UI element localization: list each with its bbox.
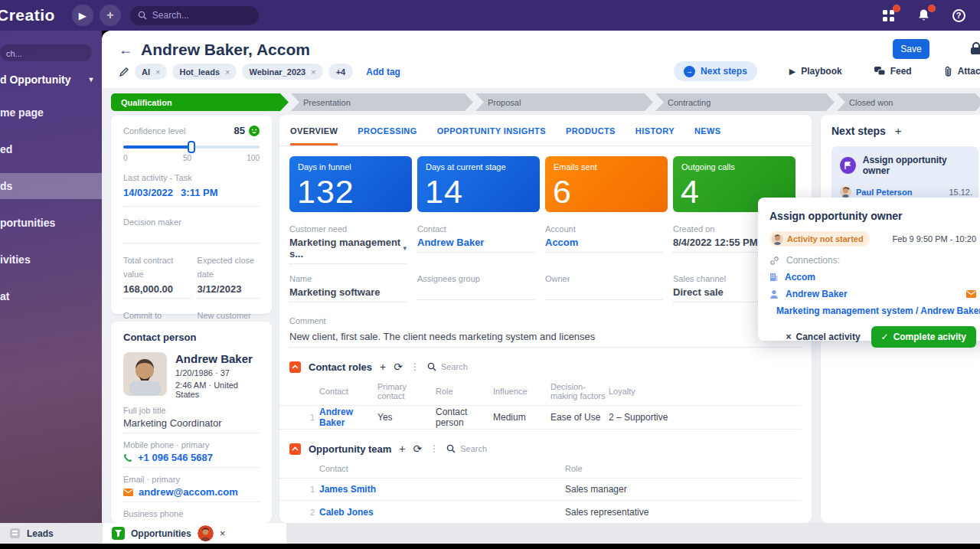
tab-products[interactable]: PRODUCTS: [566, 126, 616, 145]
job-title-value[interactable]: Marketing Coordinator: [123, 417, 260, 433]
bottom-tab-opportunities[interactable]: Opportunities ×: [103, 523, 286, 544]
contact-birthdate: 1/20/1986 · 37: [175, 368, 260, 377]
stage-closed-won[interactable]: Closed won: [837, 93, 980, 111]
stage-proposal[interactable]: Proposal: [475, 93, 653, 111]
add-icon[interactable]: +: [380, 361, 386, 373]
assignees-group-label: Assignees group: [417, 274, 534, 283]
customer-need-select[interactable]: Marketing management s... ▾: [289, 237, 407, 264]
process-run-button[interactable]: ▶: [72, 5, 93, 26]
table-row[interactable]: 1 Andrew Baker Yes Contact person Medium…: [279, 405, 802, 430]
tab-news[interactable]: NEWS: [694, 126, 721, 145]
tag-remove-icon[interactable]: ×: [155, 67, 160, 77]
tag-pill[interactable]: AI×: [135, 64, 167, 80]
add-icon[interactable]: +: [399, 443, 405, 455]
last-activity-time[interactable]: 3:11 PM: [181, 187, 217, 198]
sidebar-item-chat[interactable]: at: [0, 283, 102, 309]
contact-link[interactable]: Andrew Baker: [417, 237, 484, 248]
complete-activity-button[interactable]: ✓ Complete acivity: [871, 326, 976, 348]
global-search-input[interactable]: [152, 10, 244, 21]
contact-name[interactable]: Andrew Baker: [175, 352, 260, 365]
step-date: 15.12.: [949, 188, 972, 197]
close-tab-icon[interactable]: ×: [220, 528, 226, 539]
tag-pill[interactable]: Hot_leads×: [172, 64, 237, 80]
close-date-value[interactable]: 3/12/2023: [198, 283, 260, 299]
refresh-icon[interactable]: ⟳: [394, 361, 403, 373]
sidebar-item-leads[interactable]: ds: [0, 173, 102, 199]
account-link[interactable]: Accom: [545, 237, 578, 248]
sidebar-item-opportunities[interactable]: portunities: [0, 210, 102, 236]
collapse-icon[interactable]: [289, 361, 301, 373]
stage-qualification[interactable]: Qualification: [111, 93, 289, 111]
tags-more-pill[interactable]: +4: [328, 64, 354, 80]
tab-overview[interactable]: OVERVIEW: [290, 126, 338, 145]
stage-contracting[interactable]: Contracting: [655, 93, 835, 111]
contact-link[interactable]: James Smith: [319, 484, 565, 495]
refresh-icon[interactable]: ⟳: [413, 443, 423, 455]
connection-account-link[interactable]: Accom: [769, 272, 976, 283]
sidebar-item-activities[interactable]: ivities: [0, 247, 102, 273]
sidebar-item-feed[interactable]: ed: [0, 136, 102, 162]
tag-remove-icon[interactable]: ×: [311, 67, 315, 77]
name-value[interactable]: Marketing software: [289, 286, 380, 298]
tag-pen-icon[interactable]: [119, 67, 129, 77]
contact-photo[interactable]: [123, 352, 167, 396]
feed-button[interactable]: Feed: [874, 66, 912, 77]
next-steps-button[interactable]: → Next steps: [674, 61, 757, 81]
email-icon: [123, 489, 133, 496]
connection-opportunity-link[interactable]: Marketing management system / Andrew Bak…: [769, 306, 976, 316]
job-title-label: Full job title: [123, 406, 260, 415]
stage-pipeline: Qualification Presentation Proposal Cont…: [111, 93, 980, 111]
sidebar-item-home-page[interactable]: me page: [0, 100, 102, 126]
playbook-button[interactable]: ▶ Playbook: [789, 66, 842, 77]
tag-remove-icon[interactable]: ×: [225, 67, 230, 77]
tick-100: 100: [247, 154, 260, 162]
search-icon[interactable]: [427, 362, 436, 371]
assignees-group-field[interactable]: [417, 286, 534, 300]
table-row[interactable]: 2 Caleb Jones Sales representative: [279, 501, 802, 523]
next-step-card[interactable]: Assign opportunity owner Paul Peterson 1…: [831, 146, 978, 204]
help-button[interactable]: ?: [951, 8, 966, 23]
comment-value[interactable]: New client, first sale. The client needs…: [289, 331, 802, 348]
lock-icon[interactable]: [969, 41, 980, 58]
apps-menu-button[interactable]: [880, 8, 896, 23]
more-menu-icon[interactable]: ⋮: [410, 361, 420, 372]
global-search[interactable]: [130, 6, 259, 25]
new-opportunity-button[interactable]: d Opportunity ▼: [0, 74, 102, 86]
tab-processing[interactable]: PROCESSING: [358, 126, 416, 145]
owner-field[interactable]: [545, 286, 662, 300]
step-owner-link[interactable]: Paul Peterson: [856, 188, 944, 197]
collapse-icon[interactable]: [289, 443, 301, 455]
sales-channel-value[interactable]: Direct sale: [673, 286, 724, 298]
add-step-icon[interactable]: +: [895, 124, 902, 137]
mobile-phone-value[interactable]: +1 096 546 5687: [138, 452, 213, 463]
email-value[interactable]: andrew@accom.com: [139, 486, 238, 498]
quick-add-button[interactable]: +: [100, 5, 121, 26]
cancel-activity-button[interactable]: × Cancel activity: [786, 332, 861, 342]
back-button[interactable]: ←: [119, 42, 132, 58]
connection-contact-link[interactable]: Andrew Baker: [769, 289, 976, 299]
plus-icon: +: [106, 8, 113, 22]
tab-history[interactable]: HISTORY: [635, 126, 675, 145]
bottom-tab-leads[interactable]: Leads: [0, 523, 102, 544]
attach-button[interactable]: Attach: [944, 66, 980, 77]
stage-presentation[interactable]: Presentation: [291, 93, 473, 111]
more-menu-icon[interactable]: ⋮: [430, 443, 439, 454]
slider-handle[interactable]: [188, 141, 195, 153]
tab-opportunity-insights[interactable]: OPPORTUNITY INSIGHTS: [437, 126, 546, 145]
last-activity-date[interactable]: 14/03/2022: [123, 187, 173, 198]
email-icon[interactable]: [966, 290, 976, 298]
contact-link[interactable]: Andrew Baker: [319, 407, 377, 428]
confidence-slider[interactable]: [123, 145, 260, 149]
search-icon[interactable]: [446, 444, 456, 453]
notifications-button[interactable]: [916, 8, 931, 23]
save-button[interactable]: Save: [893, 39, 929, 59]
table-row[interactable]: 1 James Smith Sales manager: [279, 478, 802, 501]
total-contract-value[interactable]: 168,000.00: [123, 283, 191, 299]
sidebar-search[interactable]: ch...: [0, 44, 92, 61]
add-tag-link[interactable]: Add tag: [366, 67, 400, 77]
opportunity-team-search-input[interactable]: [460, 444, 514, 453]
contact-roles-search-input[interactable]: [441, 362, 495, 371]
decision-maker-field[interactable]: [123, 228, 260, 243]
tag-pill[interactable]: Webinar_2023×: [242, 64, 322, 80]
contact-link[interactable]: Caleb Jones: [319, 507, 565, 518]
